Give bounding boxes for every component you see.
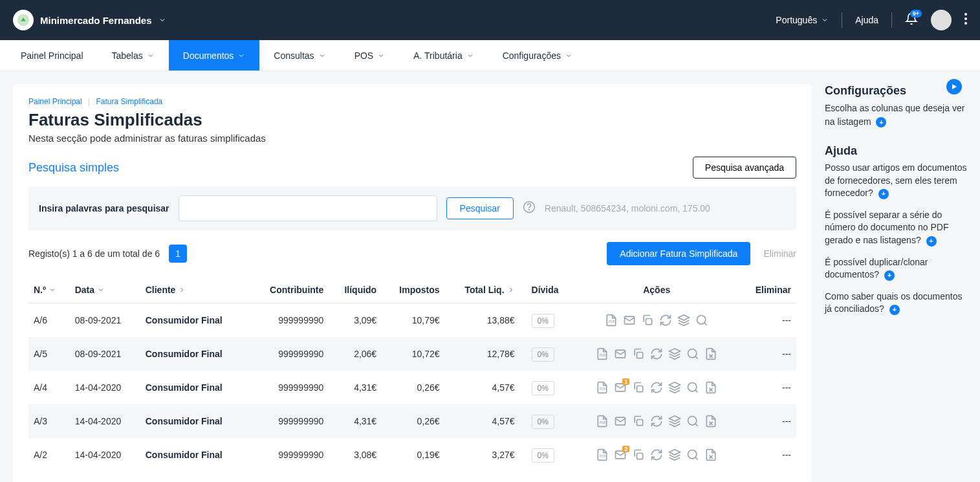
play-button[interactable] [946,79,962,94]
cell-data: 14-04-2020 [70,371,140,404]
avatar[interactable] [931,10,952,30]
plus-circle-icon[interactable]: + [889,305,900,315]
page-1-button[interactable]: 1 [169,245,187,263]
stack-icon[interactable] [668,448,681,461]
company-selector[interactable]: Minimercado Fernandes [13,10,166,30]
copy-icon[interactable] [632,347,645,360]
search-icon[interactable] [686,448,699,461]
mail-icon[interactable]: 1 [614,381,627,394]
cell-cliente[interactable]: Consumidor Final [140,337,249,371]
mail-icon[interactable] [614,415,627,428]
pdf-icon[interactable]: PDF [605,314,618,327]
sidebar-help-link[interactable]: Posso usar artigos em documentos de forn… [825,162,967,200]
nav-item-pos[interactable]: POS [340,40,400,71]
search-button[interactable]: Pesquisar [446,197,514,219]
svg-text:PDF: PDF [609,320,615,323]
th-contribuinte: Contribuinte [249,277,329,303]
th-acoes: Ações [574,277,739,303]
search-icon[interactable] [686,347,699,360]
nav-item-tabelas[interactable]: Tabelas [98,40,169,71]
plus-circle-icon[interactable]: + [878,189,889,199]
advanced-search-button[interactable]: Pesquisa avançada [693,157,796,179]
cell-impostos: 10,79€ [382,303,444,338]
help-link[interactable]: Ajuda [855,15,878,25]
search-hint: Renault, 508654234, moloni.com, 175.00 [545,203,710,214]
mail-badge: 2 [622,446,629,452]
cancel-doc-icon[interactable] [704,381,717,394]
plus-circle-icon[interactable]: + [876,117,886,127]
cell-cliente[interactable]: Consumidor Final [140,404,249,438]
svg-text:PDF: PDF [600,387,606,391]
mail-icon[interactable] [623,314,636,327]
search-icon[interactable] [686,381,699,394]
stack-icon[interactable] [668,415,681,428]
nav-item-documentos[interactable]: Documentos [169,40,260,71]
cancel-doc-icon[interactable] [704,448,717,461]
cell-total: 12,78€ [445,337,520,371]
svg-marker-9 [679,315,690,320]
copy-icon[interactable] [641,314,654,327]
sync-icon[interactable] [650,448,663,461]
add-invoice-button[interactable]: Adicionar Fatura Simplificada [607,242,750,265]
svg-point-1 [964,13,967,16]
nav-item-consultas[interactable]: Consultas [259,40,340,71]
th-total[interactable]: Total Liq. [445,277,520,303]
breadcrumb: Painel Principal | Fatura Simplificada [28,97,796,106]
svg-rect-8 [646,319,652,325]
mail-icon[interactable] [614,347,627,360]
th-numero[interactable]: N.º [28,277,70,303]
cell-acoes: PDF [574,337,739,371]
search-input[interactable] [179,195,437,221]
cell-cliente[interactable]: Consumidor Final [140,303,249,338]
kebab-menu[interactable] [964,13,967,27]
svg-rect-30 [637,420,643,426]
nav-item-a.-tributária[interactable]: A. Tributária [399,40,488,71]
copy-icon[interactable] [632,415,645,428]
stack-icon[interactable] [668,347,681,360]
cell-eliminar: --- [739,337,796,371]
search-icon[interactable] [695,314,708,327]
search-icon[interactable] [686,415,699,428]
svg-line-25 [695,390,698,393]
th-data[interactable]: Data [70,277,140,303]
cancel-doc-icon[interactable] [704,347,717,360]
cell-data: 14-04-2020 [70,404,140,438]
cell-cliente[interactable]: Consumidor Final [140,371,249,404]
th-cliente[interactable]: Cliente [140,277,249,303]
sync-icon[interactable] [659,314,672,327]
breadcrumb-current[interactable]: Fatura Simplificada [96,97,163,106]
sidebar-help-link[interactable]: Como saber quais os documentos já concil… [825,290,967,316]
plus-circle-icon[interactable]: + [884,270,895,281]
breadcrumb-home[interactable]: Painel Principal [28,97,82,106]
sidebar-help-link[interactable]: É possível duplicar/clonar documentos? + [825,256,967,281]
stack-icon[interactable] [677,314,690,327]
stack-icon[interactable] [668,381,681,394]
language-selector[interactable]: Português [776,15,829,25]
copy-icon[interactable] [632,448,645,461]
cell-cliente[interactable]: Consumidor Final [140,438,249,472]
nav-item-painel-principal[interactable]: Painel Principal [6,40,98,71]
sync-icon[interactable] [650,381,663,394]
help-circle-icon[interactable] [523,201,536,216]
nav-item-configurações[interactable]: Configurações [488,40,587,71]
th-iliquido: Ilíquido [329,277,382,303]
divider [842,12,842,28]
pdf-icon[interactable]: PDF [596,448,609,461]
cell-impostos: 10,72€ [382,337,444,371]
plus-circle-icon[interactable]: + [926,236,937,246]
mail-icon[interactable]: 2 [614,448,627,461]
svg-text:PDF: PDF [600,454,606,458]
pdf-icon[interactable]: PDF [596,381,609,394]
svg-text:PDF: PDF [600,421,606,424]
copy-icon[interactable] [632,381,645,394]
cancel-doc-icon[interactable] [704,415,717,428]
sidebar-help-link[interactable]: É possível separar a série do número do … [825,209,967,247]
sync-icon[interactable] [650,415,663,428]
cell-contribuinte: 999999990 [249,438,329,472]
sync-icon[interactable] [650,347,663,360]
pdf-icon[interactable]: PDF [596,415,609,428]
notifications-button[interactable]: 9+ [905,12,918,28]
pdf-icon[interactable]: PDF [596,347,609,360]
eliminar-link[interactable]: Eliminar [763,248,796,259]
svg-line-41 [695,457,698,460]
